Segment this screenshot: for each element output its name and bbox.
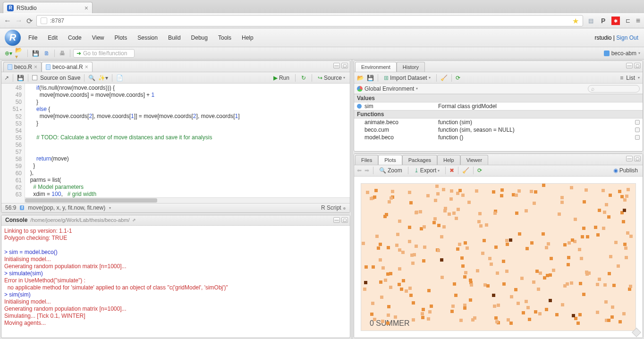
editor-tab[interactable]: beco.R × — [3, 62, 42, 72]
find-icon[interactable]: 🔍 — [88, 75, 95, 81]
menu-edit[interactable]: Edit — [48, 34, 58, 41]
print-icon[interactable]: 🖶 — [58, 49, 67, 58]
notebook-icon[interactable]: 📄 — [116, 75, 123, 81]
plots-toolbar: ⬅ ➡ 🔍Zoom ⤓Export▾ ✖ 🧹 ⟳ ◉Publish — [354, 165, 643, 177]
new-file-icon[interactable]: ⊕▾ — [4, 49, 13, 58]
project-selector[interactable]: beco-abm ▾ — [604, 50, 640, 57]
menu-debug[interactable]: Debug — [191, 34, 208, 41]
env-row[interactable]: simFormal class gridModel — [354, 102, 643, 110]
goto-file-input[interactable]: ➜ Go to file/function — [73, 49, 135, 58]
wand-icon[interactable]: ✨▾ — [98, 75, 108, 81]
console-title: Console — [5, 217, 27, 223]
code-editor[interactable]: 48495051525354555657585960616263 if(!is.… — [1, 84, 350, 203]
arrow-icon: ➜ — [76, 50, 81, 57]
extension-icon[interactable]: P — [599, 17, 608, 25]
close-icon[interactable]: × — [34, 64, 37, 70]
function-scope[interactable]: move(pop, x, y, fit.now, fit.new) — [28, 204, 105, 211]
save-icon[interactable]: 💾 — [17, 75, 24, 81]
zoom-button[interactable]: 🔍Zoom — [377, 167, 404, 174]
maximize-icon[interactable]: ▢ — [341, 217, 348, 223]
rerun-button[interactable]: ↻ — [299, 74, 308, 82]
tab-environment[interactable]: Environment — [355, 62, 397, 72]
source-button[interactable]: ↪Source▾ — [316, 74, 347, 82]
maximize-icon[interactable]: ▢ — [634, 156, 641, 161]
maximize-icon[interactable]: ▢ — [341, 63, 348, 68]
plots-tab-bar: FilesPlotsPackagesHelpViewer — ▢ — [354, 154, 643, 165]
remove-plot-icon[interactable]: ✖ — [449, 167, 454, 174]
popout-icon[interactable]: ↗ — [4, 75, 9, 81]
file-type[interactable]: R Script — [321, 204, 341, 211]
tab-help[interactable]: Help — [437, 155, 460, 165]
editor-tab[interactable]: beco-anal.R × — [42, 62, 93, 72]
browser-tab[interactable]: R RStudio × — [3, 2, 93, 13]
url-input[interactable]: :8787 ★ — [36, 15, 583, 26]
refresh-icon[interactable]: ⟳ — [456, 75, 460, 81]
extension-icon[interactable]: ✱ — [611, 17, 620, 25]
close-icon[interactable]: × — [85, 4, 88, 12]
menu-file[interactable]: File — [28, 34, 37, 41]
minimize-icon[interactable]: — — [333, 217, 340, 223]
extension-icon[interactable]: ⊏ — [624, 17, 632, 25]
globe-icon — [357, 86, 363, 92]
rstudio-logo: R — [5, 30, 21, 46]
close-icon[interactable]: × — [85, 64, 88, 70]
source-on-save-checkbox[interactable] — [32, 75, 37, 80]
plot-viewport: 0 SUMMER — [354, 177, 643, 338]
env-row[interactable]: model.becofunction () — [354, 134, 643, 141]
view-icon[interactable] — [635, 120, 640, 125]
refresh-icon[interactable]: ⟳ — [477, 167, 482, 174]
list-view-icon[interactable]: ≡ — [620, 75, 623, 81]
tab-history[interactable]: History — [397, 62, 425, 72]
tab-plots[interactable]: Plots — [378, 155, 402, 165]
save-icon[interactable]: 💾 — [367, 75, 374, 81]
publish-button[interactable]: ◉Publish — [611, 167, 640, 174]
tab-packages[interactable]: Packages — [402, 155, 437, 165]
env-scope-selector[interactable]: Global Environment — [364, 85, 414, 92]
import-dataset-button[interactable]: ⊞Import Dataset▾ — [382, 74, 432, 82]
extension-icon[interactable]: ▤ — [587, 17, 595, 25]
editor-toolbar: ↗ 💾 Source on Save 🔍 ✨▾ 📄 ▶Run ↻ ↪Source… — [1, 72, 350, 84]
open-folder-icon[interactable]: 📂▾ — [15, 49, 25, 58]
reload-icon[interactable]: ⟳ — [26, 17, 33, 25]
next-plot-icon[interactable]: ➡ — [364, 167, 369, 174]
menu-help[interactable]: Help — [242, 34, 254, 41]
tab-viewer[interactable]: Viewer — [460, 155, 488, 165]
minimize-icon[interactable]: — — [333, 63, 340, 68]
tab-files[interactable]: Files — [355, 155, 378, 165]
open-icon[interactable]: 📂 — [357, 75, 364, 81]
view-icon[interactable] — [635, 135, 640, 140]
env-row[interactable]: animate.becofunction (sim) — [354, 119, 643, 126]
horizontal-scrollbar[interactable] — [25, 197, 350, 203]
run-button[interactable]: ▶Run — [271, 74, 291, 82]
broom-icon[interactable]: 🧹 — [441, 75, 448, 81]
maximize-icon[interactable]: ▢ — [634, 63, 641, 68]
minimize-icon[interactable]: — — [626, 156, 633, 161]
value-icon — [357, 104, 362, 109]
env-row[interactable]: beco.cumfunction (sim, season = NULL) — [354, 126, 643, 134]
prev-plot-icon[interactable]: ⬅ — [357, 167, 362, 174]
menu-session[interactable]: Session — [137, 34, 158, 41]
forward-icon: → — [15, 17, 23, 25]
broom-icon[interactable]: 🧹 — [462, 167, 469, 174]
view-icon[interactable] — [635, 127, 640, 132]
menu-icon[interactable]: ≡ — [636, 17, 640, 25]
star-icon[interactable]: ★ — [572, 17, 579, 25]
save-all-icon[interactable]: 🗎 — [42, 49, 51, 58]
signout-link[interactable]: Sign Out — [616, 34, 638, 41]
env-search-input[interactable]: ⌕ — [588, 85, 640, 93]
console-output[interactable]: Linking to sp version: 1.1-1Polygon chec… — [1, 226, 350, 338]
menu-code[interactable]: Code — [68, 34, 82, 41]
rstudio-menubar: R FileEditCodeViewPlotsSessionBuildDebug… — [0, 28, 644, 47]
working-dir: /home/joeroe/g/Work/Lab/thesis/beco-abm/ — [30, 217, 129, 223]
menu-view[interactable]: View — [92, 34, 104, 41]
save-icon[interactable]: 💾 — [31, 49, 40, 58]
menu-build[interactable]: Build — [168, 34, 181, 41]
list-view-label[interactable]: List — [626, 75, 635, 81]
username: rstudio — [594, 34, 611, 41]
export-button[interactable]: ⤓Export▾ — [412, 167, 442, 174]
minimize-icon[interactable]: — — [626, 63, 633, 68]
menu-plots[interactable]: Plots — [115, 34, 127, 41]
menu-tools[interactable]: Tools — [218, 34, 231, 41]
back-icon[interactable]: ← — [4, 17, 11, 25]
env-toolbar: 📂 💾 ⊞Import Dataset▾ 🧹 ⟳ ≡ List ▾ — [354, 72, 643, 84]
